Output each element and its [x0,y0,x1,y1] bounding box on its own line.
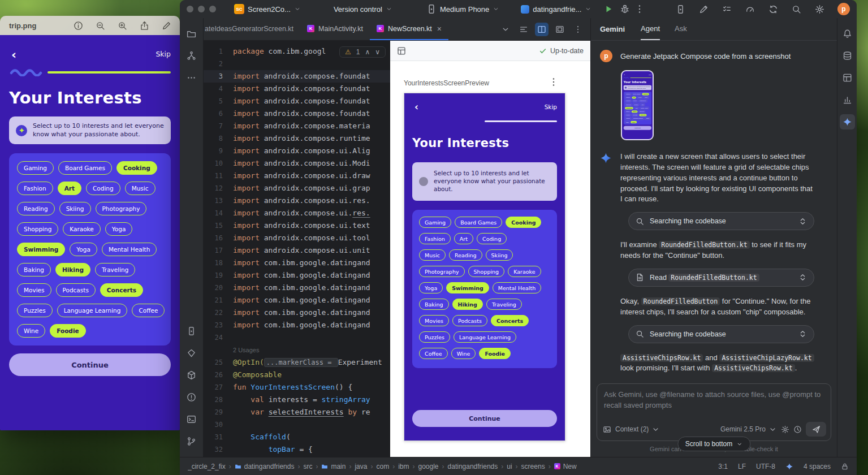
prev-problem-icon[interactable]: ∧ [365,48,370,56]
interest-chip-coding[interactable]: Coding [86,182,120,195]
interest-chip-concerts[interactable]: Concerts [100,283,143,297]
skip-button[interactable]: Skip [156,50,171,58]
gemini-status-icon[interactable] [785,463,793,470]
code-line-7[interactable]: 7import androidx.compose.materia [204,120,390,132]
interest-chip-board-games[interactable]: Board Games [58,161,112,175]
code-line-16[interactable]: 16import androidx.compose.ui.tool [204,232,390,244]
interest-chip-karaoke[interactable]: Karaoke [63,222,100,236]
interest-chip-coding[interactable]: Coding [477,233,507,244]
back-button[interactable]: ‹ [414,102,418,112]
zoom-out-icon[interactable] [96,21,105,31]
interest-chip-skiing[interactable]: Skiing [632,100,638,102]
code-line-11[interactable]: 11import androidx.compose.ui.draw [204,170,390,182]
interest-chip-fashion[interactable]: Fashion [17,182,53,195]
breadcrumb-item-main[interactable]: main [321,463,346,470]
interest-chip-coffee[interactable]: Coffee [132,304,165,317]
interest-chip-foodie[interactable]: Foodie [631,121,637,123]
screenshot-attachment-thumbnail[interactable]: ‹SkipYour InterestsSelect up to 10 inter… [621,70,654,140]
code-line-18[interactable]: 18import com.ibm.google.datingand [204,257,390,269]
interest-chip-photography[interactable]: Photography [96,202,147,215]
interest-chip-concerts[interactable]: Concerts [491,315,529,326]
gemini-chat-area[interactable]: pGenerate Jetpack Compose code from a sc… [591,41,837,380]
breadcrumb-item-_circle_2_fix[interactable]: _circle_2_fix [188,463,226,470]
interest-chip-cooking[interactable]: Cooking [506,217,541,228]
continue-button[interactable]: Continue [412,410,557,427]
interest-chip-gaming[interactable]: Gaming [625,93,631,95]
version-control-tool-icon[interactable] [184,434,199,449]
breadcrumb-item-com[interactable]: com [376,463,389,470]
agent-tool-call[interactable]: Searching the codebase [628,325,814,343]
editor-tab-NewScreen.kt[interactable]: KNewScreen.kt× [370,18,448,40]
interest-chip-gaming[interactable]: Gaming [17,161,54,175]
interest-chip-board-games[interactable]: Board Games [455,217,502,228]
line-separator[interactable]: LF [738,463,746,470]
code-line-23[interactable]: 23import com.ibm.google.datingand [204,319,390,331]
profile-avatar[interactable]: p [837,3,850,15]
interest-chip-movies[interactable]: Movies [625,114,631,116]
preview-options-kebab[interactable] [549,77,559,87]
code-line-24[interactable]: 24 [204,331,390,344]
interest-chip-reading[interactable]: Reading [17,202,55,215]
indent-setting[interactable]: 4 spaces [804,463,831,470]
interest-chip-puzzles[interactable]: Puzzles [419,331,450,343]
interest-chip-baking[interactable]: Baking [17,263,51,277]
window-close-button[interactable] [187,6,193,12]
interest-chip-foodie[interactable]: Foodie [479,348,511,359]
next-problem-icon[interactable]: ∨ [375,48,380,56]
breadcrumb-item-screens[interactable]: screens [521,463,545,470]
gemini-tab-agent[interactable]: Agent [641,18,660,40]
device-manager-icon[interactable] [840,48,855,63]
packages-tool-icon[interactable] [184,346,199,361]
breadcrumb-item-ibm[interactable]: ibm [398,463,409,470]
code-line-19[interactable]: 19import com.ibm.google.datingand [204,269,390,282]
agent-tool-call[interactable]: Searching the codebase [628,212,814,230]
interest-chip-fashion[interactable]: Fashion [625,97,631,99]
info-icon[interactable] [74,21,83,31]
interest-chip-karaoke[interactable]: Karaoke [508,266,541,277]
interest-chip-hiking[interactable]: Hiking [55,263,90,277]
code-line-26[interactable]: 26@Composable [204,369,390,381]
device-selector[interactable]: Medium Phone [423,2,503,16]
device-mirroring-icon[interactable] [675,4,685,14]
interest-chip-mental-health[interactable]: Mental Health [102,243,157,256]
code-line-30[interactable]: 30 [204,418,390,431]
code-line-17[interactable]: 17import androidx.compose.ui.unit [204,244,390,257]
readonly-lock-icon[interactable] [841,463,849,470]
interest-chip-traveling[interactable]: Traveling [486,299,522,310]
interest-chip-yoga[interactable]: Yoga [640,103,645,106]
interest-chip-movies[interactable]: Movies [17,283,51,297]
context-selector[interactable]: Context (2) [615,425,660,434]
code-line-31[interactable]: 31 Scaffold( [204,431,390,443]
editor-options-kebab[interactable] [571,23,585,36]
interest-chip-mental-health[interactable]: Mental Health [493,282,541,293]
more-tool-windows-icon[interactable] [184,70,199,85]
skip-button[interactable]: Skip [545,103,557,110]
code-view-button[interactable] [517,23,530,36]
interest-chip-photography[interactable]: Photography [638,100,647,102]
project-tool-icon[interactable] [184,26,199,41]
interest-chip-music[interactable]: Music [125,182,156,195]
skip-button[interactable]: Skip [649,74,651,75]
interest-chip-music[interactable]: Music [419,249,446,261]
run-configuration[interactable]: datingandfrie... [517,3,595,15]
update-project-icon[interactable] [768,4,778,14]
usages-inlay-hint[interactable]: 2 Usages [233,344,259,356]
interest-chip-puzzles[interactable]: Puzzles [17,304,53,317]
code-line-29[interactable]: 29 var selectedInterests by re [204,406,390,418]
interest-chip-art[interactable]: Art [454,233,473,244]
interest-chip-skiing[interactable]: Skiing [59,202,91,215]
gemini-prompt-input[interactable]: Ask Gemini, use @filename to attach sour… [597,384,831,417]
code-line-4[interactable]: 4import androidx.compose.foundat [204,83,390,95]
interest-chip-cooking[interactable]: Cooking [116,161,157,175]
interest-chip-yoga[interactable]: Yoga [419,282,443,293]
continue-button[interactable]: Continue [9,353,171,376]
code-line-20[interactable]: 20import com.ibm.google.datingand [204,282,390,294]
breadcrumb-item-datingandfriends[interactable]: datingandfriends [448,463,498,470]
interest-chip-skiing[interactable]: Skiing [486,249,513,261]
back-button[interactable]: ‹ [624,74,625,76]
interest-chip-podcasts[interactable]: Podcasts [452,315,487,326]
preview-layout-icon[interactable] [397,46,406,55]
hidden-tabs-chevron[interactable] [499,23,512,36]
interest-chip-mental-health[interactable]: Mental Health [640,107,649,109]
breadcrumb-item-ui[interactable]: ui [507,463,512,470]
